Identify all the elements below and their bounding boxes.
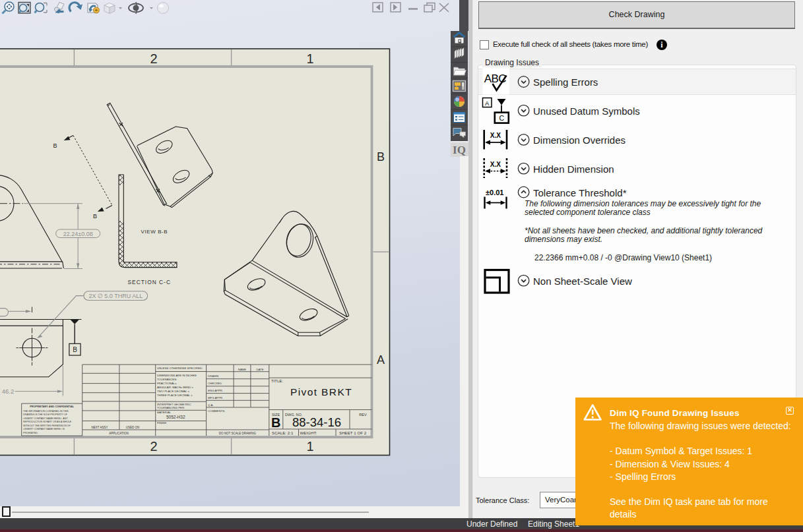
svg-text:5052-H32: 5052-H32 [166,415,185,419]
svg-text:SCALE: 2:1: SCALE: 2:1 [272,430,294,435]
svg-text:±0.01: ±0.01 [486,189,503,196]
svg-text:Q.A.: Q.A. [208,403,214,407]
svg-text:B: B [93,213,97,220]
svg-text:TOLERANCING PER:: TOLERANCING PER: [157,406,185,409]
svg-text:REV: REV [359,413,367,417]
svg-text:X.X: X.X [490,132,501,139]
svg-text:TOLERANCES:: TOLERANCES: [157,378,177,381]
svg-text:1: 1 [306,439,313,454]
svg-text:<INSERT COMPANY NAME HERE>. A: <INSERT COMPANY NAME HERE>. ANY [23,417,68,420]
svg-text:PROHIBITED.: PROHIBITED. [23,432,38,434]
svg-text:REPRODUCTION IN PART OR AS A W: REPRODUCTION IN PART OR AS A WHOLE [23,421,72,423]
svg-text:88-34-16: 88-34-16 [292,415,341,429]
svg-text:SHEET 1 OF 2: SHEET 1 OF 2 [339,430,367,435]
svg-text:A: A [377,353,385,367]
svg-text:DRAWING IS THE SOLE PROPERTY O: DRAWING IS THE SOLE PROPERTY OF [23,413,68,416]
svg-text:FINISH: FINISH [157,421,166,425]
svg-text:Pivot BRKT: Pivot BRKT [290,386,352,398]
svg-text:UNLESS OTHERWISE SPECIFIED:: UNLESS OTHERWISE SPECIFIED: [157,367,203,370]
svg-text:DRAWN: DRAWN [208,374,218,378]
svg-text:IQ: IQ [453,144,466,156]
svg-text:DIMENSIONS ARE IN INCHES: DIMENSIONS ARE IN INCHES [157,374,197,377]
svg-text:<INSERT COMPANY NAME HERE> IS: <INSERT COMPANY NAME HERE> IS [23,428,65,430]
svg-text:FRACTIONAL±: FRACTIONAL± [157,382,177,385]
svg-text:B: B [271,415,280,430]
svg-text:B: B [53,142,57,149]
svg-text:1: 1 [306,51,313,66]
svg-text:B: B [377,150,385,163]
svg-text:ABC: ABC [484,73,507,85]
svg-text:VIEW B-B: VIEW B-B [141,229,168,235]
svg-text:THREE PLACE DECIMAL ±: THREE PLACE DECIMAL ± [157,394,193,397]
svg-text:SECTION C-C: SECTION C-C [128,279,171,285]
svg-text:2X ∅ 5.0 THRU ALL: 2X ∅ 5.0 THRU ALL [88,293,143,299]
svg-text:WEIGHT:: WEIGHT: [300,430,317,435]
svg-text:WITHOUT THE WRITTEN PERMISSION: WITHOUT THE WRITTEN PERMISSION OF [23,425,71,427]
svg-text:MATERIAL: MATERIAL [157,411,172,414]
svg-text:THE INFORMATION CONTAINED IN T: THE INFORMATION CONTAINED IN THIS [23,410,69,413]
svg-text:PROPRIETARY AND CONFIDENTIAL: PROPRIETARY AND CONFIDENTIAL [30,405,75,408]
svg-text:CHECKED: CHECKED [208,382,222,385]
svg-text:TITLE:: TITLE: [271,379,283,383]
svg-text:X.X: X.X [490,161,501,168]
svg-text:2: 2 [150,439,157,454]
svg-text:APPLICATION: APPLICATION [109,432,128,435]
svg-text:COMMENTS:: COMMENTS: [208,409,225,413]
svg-text:A: A [485,100,490,107]
svg-text:ANGULAR: MACH± BEND ±: ANGULAR: MACH± BEND ± [157,386,193,389]
svg-text:ENG APPR.: ENG APPR. [208,389,223,392]
svg-text:MFG APPR.: MFG APPR. [208,396,223,399]
svg-text:2: 2 [150,51,157,66]
svg-text:USED ON: USED ON [126,426,140,429]
svg-text:B: B [73,346,77,353]
svg-text:NEXT ASSY: NEXT ASSY [92,426,108,429]
svg-text:DATE: DATE [256,368,263,371]
svg-text:46.2: 46.2 [2,388,15,395]
svg-text:NAME: NAME [238,368,247,371]
svg-text:22.24±0.08: 22.24±0.08 [63,231,93,237]
svg-text:DO NOT SCALE DRAWING: DO NOT SCALE DRAWING [219,432,257,435]
svg-text:TWO PLACE DECIMAL ±: TWO PLACE DECIMAL ± [157,390,190,393]
svg-text:C: C [499,114,505,122]
